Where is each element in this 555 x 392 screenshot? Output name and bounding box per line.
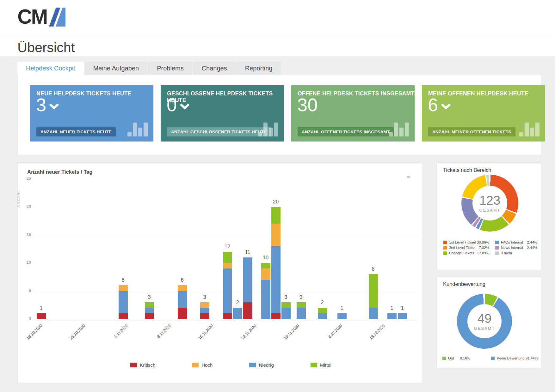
- bar-segment-kritisch[interactable]: [37, 313, 46, 319]
- kpi-card-neue-tickets[interactable]: NEUE HELPDESK TICKETS HEUTE 3 ANZAHL NEU…: [30, 85, 153, 142]
- tickets-nach-bereich-panel: Tickets nach Bereich 123 GESAMT 1st Leve…: [436, 162, 541, 270]
- bar-segment-niedrig[interactable]: [337, 313, 347, 319]
- bar-segment-niedrig[interactable]: [119, 291, 128, 313]
- cm-logo[interactable]: CM: [17, 8, 65, 27]
- kpi-card-meine-offenen-tickets[interactable]: MEINE OFFENEN HELPDESK HEUTE 6 ANZAHL ME…: [422, 85, 545, 142]
- kpi-card-value: 30: [297, 95, 318, 115]
- resize-handle-icon[interactable]: [407, 176, 410, 178]
- legend-item-mittel: Mittel: [311, 362, 331, 368]
- bar-segment-niedrig[interactable]: [145, 308, 154, 314]
- bar-total-label: 2: [313, 299, 332, 305]
- tab-helpdesk-cockpit[interactable]: Helpdesk Cockpit: [17, 62, 84, 75]
- tab-reporting[interactable]: Reporting: [237, 62, 281, 75]
- legend-swatch: [443, 251, 447, 255]
- legend-item: Keine Bewertung91.44%: [491, 356, 538, 360]
- bar-segment-hoch[interactable]: [223, 263, 232, 268]
- bar-segment-hoch[interactable]: [271, 224, 281, 246]
- kundenbewertung-donut[interactable]: 49 GESAMT: [457, 294, 512, 349]
- legend-value: 2.44%: [527, 246, 537, 250]
- bar-total-label: 20: [266, 199, 285, 205]
- bar-total-label: 1: [32, 305, 51, 311]
- legend-swatch: [443, 241, 447, 244]
- bar-segment-hoch[interactable]: [200, 302, 209, 308]
- bar-segment-kritisch[interactable]: [223, 313, 232, 319]
- bar-segment-niedrig[interactable]: [318, 313, 327, 319]
- bar-segment-niedrig[interactable]: [223, 268, 232, 313]
- kpi-card-offene-tickets[interactable]: OFFENE HELPDESK TICKETS INSGESAMT 30 ANZ…: [291, 85, 415, 142]
- bar-segment-kritisch[interactable]: [178, 308, 187, 319]
- tickets-per-day-panel: Anzahl neuer Tickets / Tag ANZAHL 051015…: [17, 162, 422, 383]
- legend-swatch: [443, 246, 447, 250]
- chevron-down-icon[interactable]: [441, 103, 451, 110]
- legend-label: News internal: [501, 246, 527, 250]
- tab-bar: Helpdesk Cockpit Meine Aufgaben Problems…: [17, 62, 281, 75]
- bar-segment-kritisch[interactable]: [243, 302, 252, 319]
- y-axis-tick: 15: [19, 232, 31, 237]
- legend-label: Niedrig: [259, 362, 274, 368]
- bar-segment-niedrig[interactable]: [178, 291, 187, 308]
- x-axis-tick: 8.11.2020: [151, 323, 172, 344]
- bar-segment-niedrig[interactable]: [200, 308, 209, 314]
- tab-changes[interactable]: Changes: [193, 62, 236, 75]
- donut-legend: Gut8.16%Keine Bewertung91.44%: [442, 356, 538, 360]
- bar-segment-mittel[interactable]: [261, 263, 270, 268]
- y-axis-tick: 20: [19, 204, 31, 209]
- bar-segment-mittel[interactable]: [318, 308, 327, 314]
- legend-value: 30.86%: [477, 240, 489, 244]
- x-axis-tick: 29.11.2020: [280, 323, 300, 344]
- bar-segment-hoch[interactable]: [178, 285, 187, 291]
- bar-segment-niedrig[interactable]: [369, 308, 378, 319]
- bar-segment-hoch[interactable]: [119, 285, 128, 291]
- bar-segment-mittel[interactable]: [281, 302, 291, 308]
- bar-segment-niedrig[interactable]: [261, 280, 270, 319]
- bar-segment-niedrig[interactable]: [387, 313, 397, 319]
- bar-segment-niedrig[interactable]: [398, 313, 407, 319]
- y-axis-title: ANZAHL: [16, 175, 21, 222]
- bar-total-label: 6: [173, 277, 192, 283]
- legend-swatch: [130, 363, 137, 367]
- legend-label: Hoch: [201, 362, 213, 368]
- bar-segment-kritisch[interactable]: [200, 313, 209, 319]
- tickets-nach-bereich-donut[interactable]: 123 GESAMT: [461, 175, 518, 232]
- bar-segment-kritisch[interactable]: [119, 313, 128, 319]
- kpi-card-value: 0: [167, 95, 190, 115]
- bar-segment-niedrig[interactable]: [281, 308, 291, 319]
- legend-item: Change Tickets17.89%: [443, 251, 489, 255]
- bar-segment-hoch[interactable]: [261, 268, 270, 280]
- legend-label: Change Tickets: [449, 251, 477, 255]
- x-axis-tick: 13.12.2020: [366, 323, 386, 344]
- legend-item-niedrig: Niedrig: [249, 362, 274, 368]
- bar-segment-niedrig[interactable]: [271, 246, 281, 313]
- panel-title: Tickets nach Bereich: [443, 167, 491, 173]
- x-axis-tick: 15.11.2020: [194, 323, 214, 344]
- bar-segment-niedrig[interactable]: [243, 257, 252, 302]
- bar-segment-mittel[interactable]: [369, 274, 378, 308]
- bar-segment-kritisch[interactable]: [271, 313, 281, 319]
- legend-value: 17.89%: [477, 251, 489, 255]
- bar-total-label: 3: [195, 294, 214, 300]
- bar-segment-mittel[interactable]: [297, 302, 306, 308]
- bar-total-label: 1: [393, 305, 412, 311]
- legend-value: 2.44%: [527, 240, 537, 244]
- gridline: [34, 235, 418, 235]
- bar-segment-mittel[interactable]: [271, 207, 281, 224]
- bar-segment-kritisch[interactable]: [145, 313, 154, 319]
- legend-label: 3 mehr: [501, 251, 537, 255]
- bar-segment-mittel[interactable]: [145, 302, 154, 308]
- bar-segment-niedrig[interactable]: [297, 308, 306, 319]
- tab-meine-aufgaben[interactable]: Meine Aufgaben: [85, 62, 148, 75]
- legend-item: Gut8.16%: [442, 356, 470, 360]
- bar-chart-legend: KritischHochNiedrigMittel: [40, 362, 422, 368]
- legend-item: 3 mehr: [495, 251, 537, 255]
- bar-segment-mittel[interactable]: [223, 252, 232, 263]
- chevron-down-icon[interactable]: [180, 103, 190, 110]
- bar-segment-niedrig[interactable]: [233, 308, 242, 319]
- tab-problems[interactable]: Problems: [148, 62, 192, 75]
- legend-item: 2nd Level Ticket7.32%: [443, 246, 489, 250]
- cm-logo-text: CM: [17, 8, 47, 26]
- legend-label: Mittel: [320, 362, 331, 368]
- legend-label: FAQs internal: [501, 240, 527, 244]
- y-axis-tick: 10: [19, 260, 31, 265]
- chevron-down-icon[interactable]: [49, 103, 59, 110]
- kpi-card-geschlossene-tickets[interactable]: GESCHLOSSENE HELPDESK TICKETS HEUTE 0 AN…: [161, 85, 284, 142]
